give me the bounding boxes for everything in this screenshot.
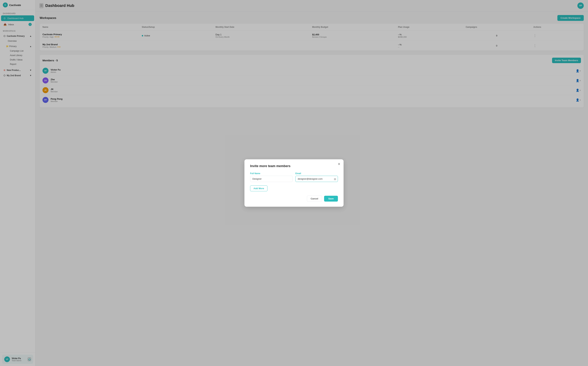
full-name-field-group: Full Name <box>250 172 293 182</box>
modal-close-button[interactable]: ✕ <box>338 162 340 166</box>
invite-modal: Invite more team members ✕ Full Name Ema… <box>244 159 344 207</box>
email-wrapper: ▦ <box>295 176 338 182</box>
email-icon: ▦ <box>334 177 336 180</box>
modal-title: Invite more team members <box>250 164 338 168</box>
modal-fields: Full Name Email ▦ <box>250 172 338 182</box>
full-name-label: Full Name <box>250 172 293 175</box>
email-field-group: Email ▦ <box>295 172 338 182</box>
cancel-button[interactable]: Cancel <box>307 196 322 202</box>
email-input[interactable] <box>295 176 338 182</box>
save-button[interactable]: Save <box>324 196 338 202</box>
modal-overlay[interactable]: Invite more team members ✕ Full Name Ema… <box>0 0 588 366</box>
full-name-input[interactable] <box>250 176 293 182</box>
modal-footer: Cancel Save <box>250 196 338 202</box>
add-more-button[interactable]: Add More <box>250 185 267 191</box>
email-label: Email <box>295 172 338 175</box>
